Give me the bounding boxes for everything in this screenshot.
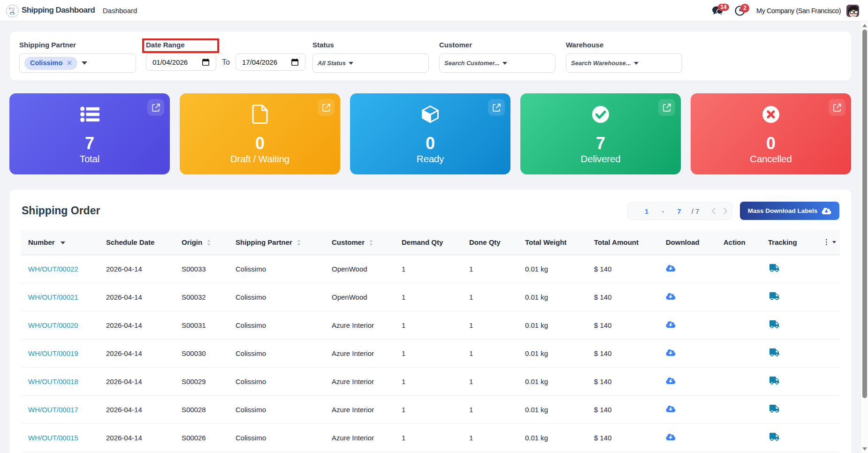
svg-text:000: 000 [11, 7, 15, 10]
